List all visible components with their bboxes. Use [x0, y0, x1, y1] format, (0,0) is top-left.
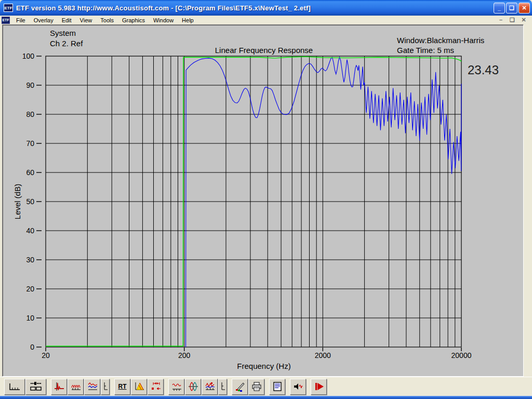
menu-items: FileOverlayEditViewToolsGraphicsWindowHe… [12, 17, 198, 24]
window-function-label: Window:Blackman-Harris [397, 35, 484, 45]
color-edit-button[interactable] [232, 379, 248, 395]
menu-item-overlay[interactable]: Overlay [30, 17, 58, 24]
play-icon [313, 381, 325, 392]
mdi-restore-button[interactable]: ❏ [508, 17, 516, 23]
spectrum-markers-icon [204, 381, 216, 392]
spectrum-markers-button[interactable] [202, 379, 218, 395]
mdi-minimize-button[interactable]: – [497, 17, 505, 23]
y-tick-label: 50 [10, 197, 34, 206]
waterfall-icon [134, 381, 145, 392]
frequency-response-button[interactable] [68, 379, 84, 395]
signal-generator-icon [292, 381, 304, 392]
app-icon: ETF [4, 4, 13, 12]
notes-icon [272, 381, 283, 392]
y-tick-label: 60 [10, 168, 34, 177]
gate-time-label: Gate Time: 5 ms [397, 45, 484, 55]
play-button[interactable] [311, 379, 327, 395]
mdi-close-button[interactable]: ✕ [520, 17, 528, 23]
menu-item-edit[interactable]: Edit [58, 17, 76, 24]
wavelet-cycles-icon [188, 381, 199, 392]
impulse-response-icon [54, 381, 65, 392]
chart-title: Linear Frequency Response [186, 46, 342, 55]
minimize-button[interactable]: _ [494, 3, 505, 14]
measurement-info: Window:Blackman-Harris Gate Time: 5 ms [397, 35, 484, 55]
y-tick-label: 80 [10, 110, 34, 118]
gating-icon [150, 381, 162, 392]
rt60-label: RT [118, 383, 127, 390]
smoothed-response-icon [171, 381, 182, 392]
waterfall-button[interactable] [131, 379, 147, 395]
levels-button[interactable] [25, 379, 46, 395]
menu-bar: ETF FileOverlayEditViewToolsGraphicsWind… [0, 16, 532, 24]
frequency-response-icon [70, 381, 82, 392]
impulse-response-button[interactable] [51, 379, 67, 395]
print-button[interactable] [248, 379, 264, 395]
menu-item-help[interactable]: Help [178, 17, 198, 24]
menu-item-graphics[interactable]: Graphics [118, 17, 149, 24]
overlay-traces-icon [87, 381, 98, 392]
restore-button[interactable]: ❏ [506, 3, 517, 14]
window-title: ETF version 5.983 http://www.Acoustisoft… [16, 4, 311, 12]
y-tick-label: 100 [10, 52, 34, 60]
mdi-document-icon[interactable]: ETF [2, 17, 10, 24]
menu-item-tools[interactable]: Tools [96, 17, 118, 24]
phase-button-2[interactable] [218, 379, 227, 395]
time-axis-button[interactable] [4, 379, 25, 395]
x-axis-label: Frequency (Hz) [186, 362, 342, 370]
rt60-button[interactable]: RT [114, 379, 130, 395]
close-button[interactable]: ✕ [518, 3, 530, 14]
gating-button[interactable] [148, 379, 164, 395]
y-tick-label: 40 [10, 227, 34, 235]
color-edit-icon [234, 381, 246, 392]
cursor-readout: 23.43 [468, 63, 499, 77]
y-tick-label: 10 [10, 314, 34, 322]
y-tick-label: 0 [10, 343, 34, 351]
overlay-traces-button[interactable] [84, 379, 100, 395]
legend-reference: Ch 2. Ref [50, 39, 83, 48]
y-tick-label: 20 [10, 285, 34, 293]
notes-button[interactable] [269, 379, 285, 395]
x-tick-label: 20000 [440, 351, 483, 360]
chart-area [2, 24, 524, 377]
x-tick-label: 20 [24, 351, 68, 360]
legend-system: System [50, 29, 76, 37]
application-window: ETF ETF version 5.983 http://www.Acousti… [0, 0, 532, 399]
wavelet-cycles-button[interactable] [185, 379, 201, 395]
smoothed-response-button[interactable] [168, 379, 184, 395]
toolbar: RT [0, 377, 532, 396]
signal-generator-button[interactable] [290, 379, 306, 395]
printer-icon [251, 381, 262, 392]
window-bottom-border [0, 396, 532, 399]
x-tick-label: 200 [163, 351, 206, 360]
menu-item-view[interactable]: View [76, 17, 97, 24]
menu-item-window[interactable]: Window [149, 17, 178, 24]
y-tick-label: 90 [10, 81, 34, 89]
y-tick-label: 70 [10, 139, 34, 148]
x-tick-label: 2000 [301, 351, 344, 360]
phase-icon [102, 381, 109, 392]
y-tick-label: 30 [10, 256, 34, 264]
phase-icon-2 [219, 381, 226, 392]
phase-button[interactable] [101, 379, 110, 395]
title-bar[interactable]: ETF ETF version 5.983 http://www.Acousti… [0, 0, 532, 16]
menu-item-file[interactable]: File [12, 17, 30, 24]
levels-icon [29, 381, 43, 392]
